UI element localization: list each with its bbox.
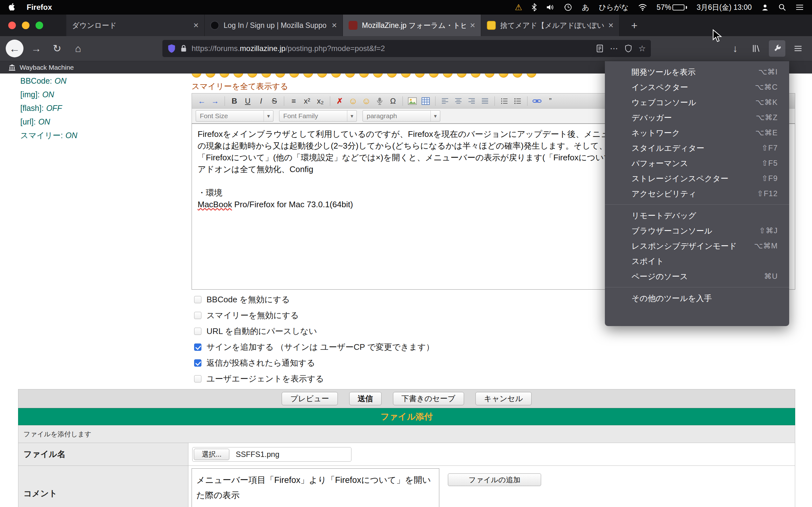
file-input[interactable]: 選択... SSFFS1.png	[192, 447, 351, 462]
user-icon[interactable]	[761, 3, 769, 11]
input-source-icon[interactable]: あ	[582, 3, 589, 12]
bookmark-wayback-machine[interactable]: Wayback Machine	[20, 64, 74, 71]
menu-item-style-editor[interactable]: スタイルエディター⇧F7	[605, 140, 789, 156]
menu-item-debugger[interactable]: デバッガー⌥⌘Z	[605, 110, 789, 125]
smilies-row[interactable]	[192, 73, 537, 78]
tab-close-icon[interactable]: ×	[608, 21, 613, 30]
save-draft-button[interactable]: 下書きのセーブ	[393, 392, 464, 405]
menu-item-eyedropper[interactable]: スポイト	[605, 253, 789, 269]
menu-item-show-devtools[interactable]: 開発ツールを表示⌥⌘I	[605, 64, 789, 79]
tab-downloads[interactable]: ダウンロード ×	[66, 14, 205, 36]
strikethrough-icon[interactable]: S	[268, 95, 281, 107]
bookmark-star-icon[interactable]: ☆	[639, 44, 646, 54]
redo-icon[interactable]: →	[208, 95, 222, 107]
time-machine-icon[interactable]	[564, 3, 572, 11]
option-disable-smilies[interactable]: スマイリーを無効にする	[194, 307, 434, 323]
add-file-button[interactable]: ファイルの追加	[448, 473, 541, 486]
smiley-wink-icon[interactable]: ☺	[360, 95, 373, 107]
lock-icon[interactable]	[180, 44, 187, 53]
apple-icon[interactable]	[8, 3, 15, 11]
menu-item-get-more-tools[interactable]: その他のツールを入手	[605, 291, 789, 306]
comment-textarea[interactable]: メニューバー項目「Firefox」より「Firefoxについて」を開いた際の表示	[192, 468, 439, 507]
reload-button[interactable]: ↻	[49, 40, 65, 57]
ordered-list-icon[interactable]	[498, 95, 511, 107]
show-all-smilies-link[interactable]: スマイリーを全て表示する	[192, 81, 288, 92]
preview-button[interactable]: プレビュー	[282, 392, 338, 405]
menu-item-responsive-design-mode[interactable]: レスポンシブデザインモード⌥⌘M	[605, 238, 789, 253]
choose-file-button[interactable]: 選択...	[194, 449, 229, 460]
menu-item-web-console[interactable]: ウェブコンソール⌥⌘K	[605, 95, 789, 110]
new-tab-button[interactable]: +	[631, 14, 638, 36]
font-size-select[interactable]: Font Size ▾	[196, 110, 273, 122]
spotlight-search-icon[interactable]	[778, 3, 786, 11]
url-bar[interactable]: https://forums.mozillazine.jp/posting.ph…	[162, 40, 651, 57]
library-icon[interactable]	[748, 40, 764, 57]
tracking-protection-shield-icon[interactable]	[167, 44, 176, 53]
menu-item-page-source[interactable]: ページのソース⌘U	[605, 269, 789, 284]
align-right-icon[interactable]	[465, 95, 478, 107]
align-justify-icon[interactable]	[478, 95, 492, 107]
cancel-button[interactable]: キャンセル	[475, 392, 531, 405]
menu-item-accessibility[interactable]: アクセシビリティ⇧F12	[605, 186, 789, 201]
forward-button[interactable]: →	[28, 40, 44, 57]
menu-item-browser-console[interactable]: ブラウザーコンソール⇧⌘J	[605, 223, 789, 238]
window-minimize-button[interactable]	[22, 21, 30, 29]
smiley-icon[interactable]: ☺	[346, 95, 360, 107]
devtools-wrench-icon[interactable]	[769, 40, 785, 57]
checkbox[interactable]	[194, 359, 201, 367]
underline-icon[interactable]: U	[241, 95, 254, 107]
font-family-select[interactable]: Font Family ▾	[279, 110, 357, 122]
battery-indicator[interactable]: 57%	[657, 3, 687, 12]
checkbox[interactable]	[194, 343, 201, 351]
insert-table-icon[interactable]	[419, 95, 432, 107]
page-actions-icon[interactable]: ⋯	[610, 44, 618, 54]
subscript-icon[interactable]: x₂	[314, 95, 327, 107]
home-button[interactable]: ⌂	[70, 40, 86, 57]
warning-icon[interactable]: ⚠	[515, 3, 522, 12]
tab-close-icon[interactable]: ×	[194, 21, 199, 30]
submit-button[interactable]: 送信	[349, 392, 382, 405]
tab-mozilla-support[interactable]: Log In / Sign up | Mozilla Suppo ×	[205, 14, 343, 36]
notification-center-icon[interactable]	[796, 4, 804, 11]
window-close-button[interactable]	[8, 21, 16, 29]
hamburger-menu-icon[interactable]	[790, 40, 806, 57]
menubar-clock[interactable]: 3月6日(金) 13:00	[697, 3, 752, 12]
checkbox[interactable]	[194, 312, 201, 319]
justify-icon[interactable]: ≡	[287, 95, 300, 107]
option-disable-bbcode[interactable]: BBCode を無効にする	[194, 291, 434, 307]
bullet-list-icon[interactable]	[511, 95, 524, 107]
tab-close-icon[interactable]: ×	[332, 21, 337, 30]
page-shield-icon[interactable]	[624, 44, 632, 53]
option-no-url-parse[interactable]: URL を自動的にパースしない	[194, 323, 434, 339]
checkbox[interactable]	[194, 375, 201, 383]
menu-item-network[interactable]: ネットワーク⌥⌘E	[605, 125, 789, 140]
insert-image-icon[interactable]	[406, 95, 419, 107]
menu-item-storage-inspector[interactable]: ストレージインスペクター⇧F9	[605, 171, 789, 186]
back-button[interactable]: ←	[6, 40, 23, 57]
window-zoom-button[interactable]	[36, 21, 43, 29]
app-menu-firefox[interactable]: Firefox	[27, 3, 52, 12]
bold-icon[interactable]: B	[228, 95, 241, 107]
paragraph-select[interactable]: paragraph ▾	[362, 110, 440, 122]
checkbox[interactable]	[194, 296, 201, 303]
italic-icon[interactable]: I	[254, 95, 268, 107]
insert-link-icon[interactable]	[530, 95, 544, 107]
menu-item-performance[interactable]: パフォーマンス⇧F5	[605, 156, 789, 171]
checkbox[interactable]	[194, 328, 201, 335]
downloads-icon[interactable]: ↓	[727, 40, 744, 57]
media-icon[interactable]	[373, 95, 386, 107]
quote-icon[interactable]: ”	[544, 95, 557, 107]
menu-item-inspector[interactable]: インスペクター⌥⌘C	[605, 79, 789, 95]
url-text[interactable]: https://forums.mozillazine.jp/posting.ph…	[192, 44, 592, 53]
tab-sutemeado[interactable]: 捨てメアド【メルアドぽいぽい】 ×	[481, 14, 619, 36]
option-notify-reply[interactable]: 返信が投稿されたら通知する	[194, 355, 434, 371]
tab-mozillazine-active[interactable]: MozillaZine.jp フォーラム・トピ ×	[343, 14, 481, 36]
menu-item-remote-debug[interactable]: リモートデバッグ	[605, 208, 789, 223]
align-left-icon[interactable]	[438, 95, 452, 107]
option-attach-signature[interactable]: サインを追加する （サインは ユーザーCP で変更できます）	[194, 339, 434, 355]
special-char-icon[interactable]: Ω	[386, 95, 400, 107]
reader-view-icon[interactable]	[596, 44, 604, 53]
undo-icon[interactable]: ←	[195, 95, 208, 107]
superscript-icon[interactable]: x²	[300, 95, 314, 107]
remove-format-icon[interactable]: ✗	[333, 95, 346, 107]
